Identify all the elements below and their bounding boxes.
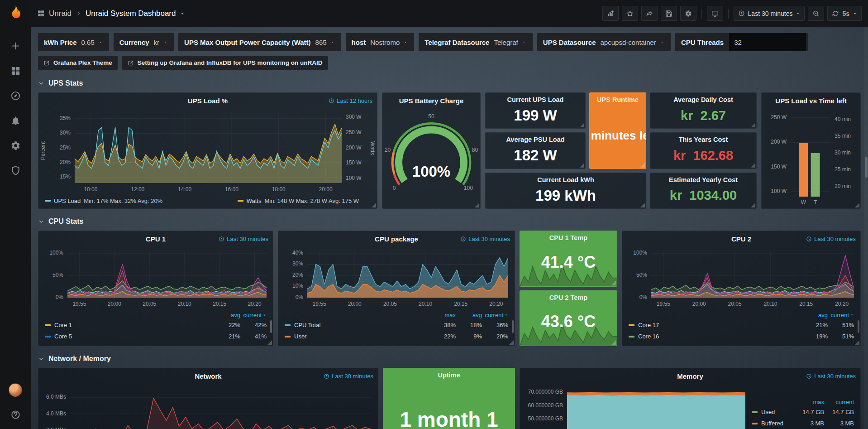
legend-col-current[interactable]: current	[482, 312, 508, 318]
variable-value-dropdown[interactable]: Nostromo	[366, 33, 412, 51]
row-header-cpu-stats[interactable]: CPU Stats	[38, 215, 861, 228]
user-avatar[interactable]	[9, 383, 22, 397]
series-color-marker[interactable]	[45, 336, 51, 337]
series-color-marker[interactable]	[752, 411, 758, 413]
sidebar-item-alerting[interactable]	[10, 116, 21, 126]
sidebar-item-configuration[interactable]	[10, 140, 21, 151]
series-color-marker[interactable]	[285, 336, 291, 337]
panel-title[interactable]: CPU 1 Temp	[520, 231, 617, 245]
legend-col-avg[interactable]: avg	[214, 312, 240, 318]
series-name[interactable]: Used	[761, 409, 794, 415]
dashboard-settings-button[interactable]	[680, 6, 696, 21]
panel-title[interactable]: CPU 2	[731, 235, 751, 243]
zoom-out-button[interactable]	[808, 6, 824, 21]
save-dashboard-button[interactable]	[661, 6, 677, 21]
legend-col-max[interactable]: max	[794, 399, 824, 405]
series-color-marker[interactable]	[285, 324, 291, 326]
series-name[interactable]: CPU Total	[294, 322, 429, 328]
cpu1-chart[interactable]: 0%50%100%19:5520:0020:0520:1020:1520:20	[38, 246, 273, 309]
legend-col-avg[interactable]: avg	[801, 312, 828, 318]
add-panel-button[interactable]	[602, 6, 619, 21]
ups-load-chart[interactable]: 15%20%25%30%35%100 W150 W200 W250 W300 W…	[38, 108, 377, 195]
panel-title[interactable]: UPS Battery Charge	[399, 97, 464, 105]
series-name[interactable]: User	[294, 333, 429, 340]
ups-load-time-left-chart[interactable]: 100 W150 W200 W250 W20 min25 min30 min35…	[762, 108, 860, 208]
series-name[interactable]: UPS Load	[54, 198, 81, 204]
panel-title[interactable]: Average PSU Load	[486, 133, 585, 146]
series-name[interactable]: Core 16	[638, 333, 801, 340]
series-color-marker[interactable]	[238, 200, 243, 202]
series-name[interactable]: Watts	[247, 198, 262, 204]
variable-value-dropdown[interactable]: 0.65	[77, 33, 107, 51]
sidebar-item-help[interactable]	[10, 410, 21, 420]
panel-title[interactable]: Average Daily Cost	[650, 93, 756, 106]
panel-title[interactable]: UPS Load %	[188, 97, 228, 105]
legend-scrollbar[interactable]	[858, 320, 859, 333]
series-name[interactable]: Core 17	[638, 322, 801, 328]
dashboard-link-ups-monitoring-guide[interactable]: Setting up Grafana and InfluxDB for UPS …	[122, 56, 328, 70]
variable-value-dropdown[interactable]: Telegraf	[489, 33, 530, 51]
series-name[interactable]: Core 5	[54, 333, 214, 340]
panel-title[interactable]: CPU 1	[146, 235, 166, 243]
ups-battery-gauge[interactable]: 0205080100100%	[382, 108, 480, 208]
series-name[interactable]: Core 1	[54, 322, 214, 328]
sidebar-item-dashboards[interactable]	[10, 66, 21, 76]
series-color-marker[interactable]	[45, 324, 51, 326]
refresh-interval-label[interactable]: 5s	[842, 10, 849, 17]
panel-title[interactable]: Current UPS Load	[486, 93, 585, 106]
panel-title[interactable]: Estimated Yearly Cost	[650, 173, 756, 187]
legend-col-max[interactable]: max	[429, 312, 456, 318]
panel-title[interactable]: Network	[195, 372, 221, 380]
series-color-marker[interactable]	[752, 423, 758, 424]
row-header-network-memory[interactable]: Network / Memory	[38, 352, 861, 365]
panel-title[interactable]: Memory	[677, 372, 703, 380]
legend-col-current[interactable]: current	[828, 312, 854, 318]
breadcrumb-folder[interactable]: Unraid	[49, 9, 72, 18]
series-color-marker[interactable]	[629, 324, 634, 326]
cpu-package-chart[interactable]: 0%10%20%30%40%19:5520:0020:0520:1020:152…	[278, 246, 515, 309]
dashboard-link-grafana-plex-theme[interactable]: Grafana Plex Theme	[38, 56, 118, 70]
series-color-marker[interactable]	[629, 336, 634, 337]
series-color-marker[interactable]	[45, 200, 51, 202]
star-dashboard-button[interactable]	[622, 6, 638, 21]
stat-value: 199 W	[486, 106, 585, 128]
sidebar-item-explore[interactable]	[10, 91, 21, 101]
legend-scrollbar[interactable]	[512, 320, 514, 333]
dashboard-switcher-caret-icon[interactable]	[180, 11, 185, 16]
panel-title[interactable]: Current Load kWh	[486, 173, 646, 187]
grafana-logo-icon[interactable]	[7, 5, 24, 23]
cycle-view-mode-button[interactable]	[707, 6, 723, 21]
sidebar-item-server-admin[interactable]	[10, 165, 21, 176]
scrollbar-thumb[interactable]	[865, 157, 868, 178]
legend-col-current[interactable]: current	[240, 312, 267, 318]
memory-chart[interactable]: 50.000000 GB60.000000 GB70.000000 GB	[520, 384, 752, 429]
divider	[701, 9, 702, 19]
page-scrollbar[interactable]	[864, 27, 868, 429]
row-header-ups-stats[interactable]: UPS Stats	[38, 77, 861, 90]
panel-title[interactable]: CPU 2 Temp	[520, 291, 617, 304]
panel-title[interactable]: UPS Load vs Time left	[775, 97, 846, 105]
cpu-threads-input[interactable]	[729, 33, 806, 51]
network-chart[interactable]: 2.0 MBs4.0 MBs6.0 MBs	[38, 384, 378, 429]
legend-col-current[interactable]: current	[824, 399, 854, 405]
legend-scrollbar[interactable]	[270, 320, 272, 333]
share-dashboard-button[interactable]	[641, 6, 658, 21]
variable-ups-max-output: UPS Max Output Power Capacity (Watt) 865	[178, 33, 341, 51]
legend-row: Used 14.7 GB 14.7 GB	[752, 406, 854, 418]
legend-header: max current	[752, 397, 854, 406]
legend-col-avg[interactable]: avg	[456, 312, 482, 318]
breadcrumb-dashboard-title[interactable]: Unraid System Dashboard	[86, 9, 176, 18]
panel-title[interactable]: CPU package	[375, 235, 418, 243]
panel-title[interactable]: Uptime	[383, 368, 515, 382]
axis-tick: 25 min	[835, 166, 851, 173]
variable-value-dropdown[interactable]: apcupsd-container	[596, 33, 669, 51]
variable-value-dropdown[interactable]: 865	[311, 33, 339, 51]
panel-title[interactable]: This Years Cost	[650, 133, 756, 146]
time-range-picker[interactable]: Last 30 minutes	[734, 6, 805, 21]
variable-value-dropdown[interactable]: kr	[149, 33, 172, 51]
refresh-button[interactable]: 5s	[827, 6, 862, 21]
sidebar-item-create[interactable]	[10, 41, 21, 51]
cpu2-chart[interactable]: 0%50%100%19:5520:0020:0520:1020:1520:20	[622, 246, 860, 309]
series-name[interactable]: Buffered	[761, 420, 794, 427]
panel-title[interactable]: UPS Runtime	[590, 93, 646, 106]
